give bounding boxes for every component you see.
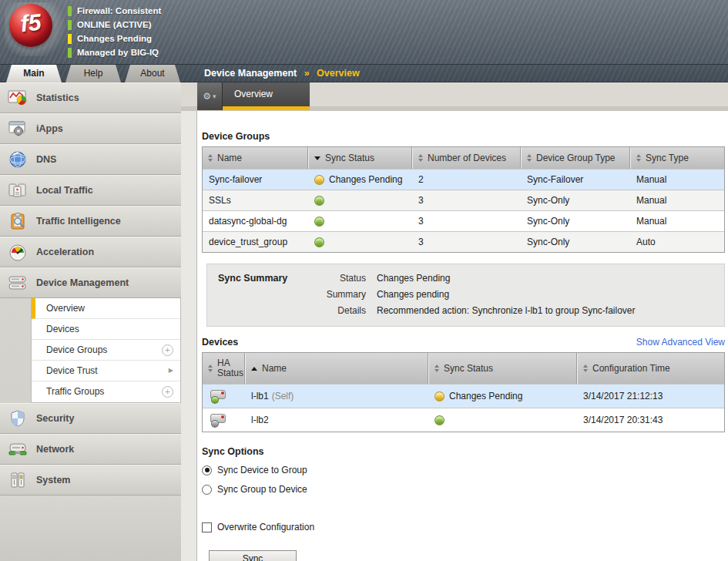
- status-label: ONLINE (ACTIVE): [77, 20, 151, 29]
- sidebar-item-device-groups[interactable]: Device Groups +: [32, 340, 180, 361]
- table-row[interactable]: SSLs 3 Sync-Only Manual: [203, 190, 724, 210]
- column-header-number-of-devices[interactable]: Number of Devices: [412, 147, 521, 169]
- column-header-sync-status[interactable]: Sync Status: [308, 147, 412, 169]
- sidebar-item-traffic-groups[interactable]: Traffic Groups +: [32, 381, 180, 402]
- sidebar-item-acceleration[interactable]: Acceleration: [0, 237, 181, 267]
- sync-type: Manual: [630, 211, 726, 231]
- table-row[interactable]: l-lb1 (Self) Changes Pending 3/14/2017 2…: [203, 384, 724, 408]
- column-header-name[interactable]: Name: [245, 353, 428, 384]
- radio-sync-device-to-group[interactable]: Sync Device to Group: [202, 462, 725, 479]
- column-header-name[interactable]: Name: [203, 147, 308, 169]
- status-firewall: Firewall: Consistent: [68, 4, 161, 18]
- breadcrumb-separator-icon: »: [304, 68, 310, 79]
- sidebar-item-label: Acceleration: [36, 247, 94, 257]
- sort-icon: [434, 364, 439, 372]
- status-led-bar: [68, 6, 72, 16]
- tab-about[interactable]: About: [125, 65, 180, 82]
- group-name: datasync-global-dg: [203, 211, 308, 231]
- sidebar-item-overview[interactable]: Overview: [32, 298, 180, 319]
- checkbox-label: Overwrite Configuration: [217, 522, 314, 532]
- content-area: ⚙ ▾ Overview Device Groups Name Sync Sta…: [181, 82, 728, 561]
- device-count: 3: [412, 211, 521, 231]
- radio-button-icon[interactable]: [202, 485, 212, 495]
- field-label: Status: [317, 273, 377, 284]
- status-changes-pending: Changes Pending: [68, 32, 161, 45]
- sidebar-item-statistics[interactable]: Statistics: [0, 82, 181, 113]
- sort-desc-icon: [314, 156, 320, 160]
- sidebar-item-iapps[interactable]: iApps: [0, 113, 181, 144]
- device-groups-table: Name Sync Status Number of Devices Devic…: [202, 146, 725, 253]
- radio-button-icon[interactable]: [202, 465, 212, 475]
- sidebar-item-devices[interactable]: Devices: [32, 319, 180, 340]
- device-icon: [209, 413, 227, 427]
- sort-asc-icon: [251, 367, 257, 371]
- configuration-time: 3/14/2017 21:12:13: [577, 385, 726, 408]
- table-row[interactable]: datasync-global-dg 3 Sync-Only Manual: [203, 210, 724, 231]
- device-management-icon: [6, 273, 29, 293]
- sidebar-item-label: Network: [36, 444, 74, 455]
- show-advanced-view-link[interactable]: Show Advanced View: [636, 337, 725, 348]
- sidebar-item-traffic-intelligence[interactable]: Traffic Intelligence: [0, 206, 181, 237]
- dns-globe-icon: [6, 149, 29, 170]
- tab-overview[interactable]: Overview: [223, 82, 310, 110]
- sort-icon: [583, 364, 588, 372]
- options-gear-button[interactable]: ⚙ ▾: [197, 82, 223, 110]
- sidebar-item-label: Statistics: [36, 92, 79, 103]
- devices-header: HA Status Name Sync Status Configuration…: [203, 353, 724, 384]
- statistics-icon: [6, 88, 29, 108]
- sort-icon: [418, 154, 423, 162]
- column-header-device-group-type[interactable]: Device Group Type: [521, 147, 630, 169]
- column-header-sync-type[interactable]: Sync Type: [630, 147, 726, 169]
- sidebar-item-device-trust[interactable]: Device Trust ▶: [32, 361, 180, 381]
- breadcrumb-current: Overview: [317, 68, 360, 79]
- radio-sync-group-to-device[interactable]: Sync Group to Device: [202, 481, 725, 498]
- sub-item-label: Device Groups: [46, 344, 107, 355]
- system-status-list: Firewall: Consistent ONLINE (ACTIVE) Cha…: [68, 4, 161, 59]
- sidebar-item-dns[interactable]: DNS: [0, 144, 181, 175]
- table-row[interactable]: Sync-failover Changes Pending 2 Sync-Fai…: [203, 169, 724, 190]
- local-traffic-icon: [6, 180, 29, 200]
- status-led-bar: [68, 20, 72, 30]
- checkbox-overwrite-configuration[interactable]: Overwrite Configuration: [202, 519, 725, 536]
- security-shield-icon: [6, 408, 29, 428]
- column-header-ha-status[interactable]: HA Status: [203, 353, 245, 384]
- tab-main[interactable]: Main: [6, 65, 62, 82]
- status-led-icon: [434, 391, 445, 401]
- group-type: Sync-Only: [521, 232, 630, 252]
- add-icon[interactable]: +: [162, 344, 173, 356]
- column-header-configuration-time[interactable]: Configuration Time: [577, 353, 726, 384]
- acceleration-gauge-icon: [6, 242, 29, 262]
- status-led-icon: [314, 196, 324, 206]
- sidebar-item-device-management[interactable]: Device Management: [0, 267, 181, 298]
- sidebar: Statistics iApps DNS Local Traffic Traff: [0, 82, 181, 561]
- status-managed: Managed by BIG-IQ: [68, 45, 161, 59]
- sidebar-item-label: Traffic Intelligence: [36, 216, 121, 227]
- sidebar-item-label: iApps: [36, 123, 63, 134]
- checkbox-icon[interactable]: [202, 522, 212, 532]
- status-text: Changes Pending: [329, 174, 402, 185]
- status-led-icon: [314, 237, 324, 247]
- sidebar-item-local-traffic[interactable]: Local Traffic: [0, 175, 181, 206]
- sidebar-item-network[interactable]: Network: [0, 434, 181, 465]
- status-online: ONLINE (ACTIVE): [68, 18, 161, 32]
- sort-icon: [208, 364, 213, 372]
- device-name: l-lb2: [251, 415, 269, 425]
- sidebar-item-security[interactable]: Security: [0, 403, 181, 434]
- sub-item-label: Traffic Groups: [46, 386, 104, 397]
- add-icon[interactable]: +: [162, 386, 173, 398]
- sync-button[interactable]: Sync: [209, 550, 297, 561]
- device-groups-header: Name Sync Status Number of Devices Devic…: [203, 147, 724, 169]
- devices-table: HA Status Name Sync Status Configuration…: [202, 352, 725, 432]
- table-row[interactable]: l-lb2 3/14/2017 20:31:43: [203, 408, 724, 432]
- status-text: Changes Pending: [449, 391, 522, 401]
- column-header-sync-status[interactable]: Sync Status: [428, 353, 577, 384]
- sidebar-item-label: Security: [36, 413, 74, 424]
- device-count: 3: [412, 232, 521, 252]
- group-type: Sync-Only: [521, 211, 630, 231]
- sidebar-item-system[interactable]: System: [0, 465, 181, 495]
- sync-options-section: Sync Options Sync Device to Group Sync G…: [202, 446, 725, 561]
- device-groups-title: Device Groups: [202, 131, 725, 142]
- table-row[interactable]: device_trust_group 3 Sync-Only Auto: [203, 231, 724, 252]
- sub-item-label: Devices: [46, 324, 79, 334]
- tab-help[interactable]: Help: [65, 65, 121, 82]
